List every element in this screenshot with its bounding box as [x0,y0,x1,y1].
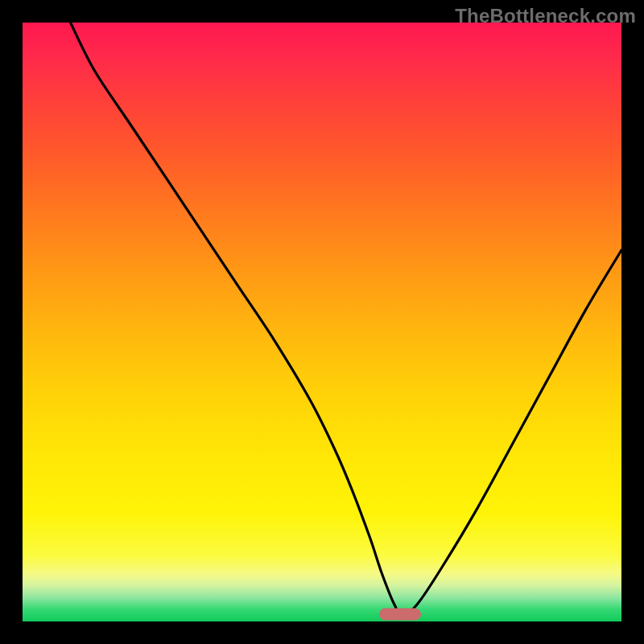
chart-frame: TheBottleneck.com [0,0,644,644]
optimal-marker [379,609,421,621]
plot-area [23,23,621,621]
bottleneck-curve [23,23,621,621]
curve-path [71,23,622,616]
watermark-text: TheBottleneck.com [455,5,636,27]
